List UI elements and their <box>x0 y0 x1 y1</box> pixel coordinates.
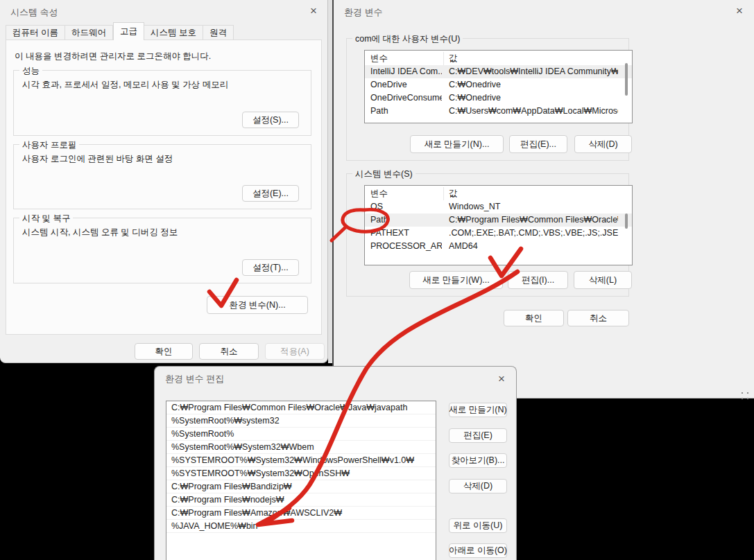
table-row[interactable]: Path C:₩Users₩com₩AppData₩Local₩Microsof… <box>365 105 632 118</box>
environment-variables-button[interactable]: 환경 변수(N)... <box>207 296 308 314</box>
list-browse-button[interactable]: 찾아보기(B)... <box>449 453 507 468</box>
user-delete-button[interactable]: 삭제(D) <box>574 135 632 153</box>
startup-recovery-legend: 시작 및 복구 <box>19 213 73 225</box>
window-edit-environment-variable: 환경 변수 편집 × C:₩Program Files₩Common Files… <box>154 366 517 560</box>
table-row[interactable]: PROCESSOR_ARC... AMD64 <box>365 240 632 253</box>
path-list[interactable]: C:₩Program Files₩Common Files₩Oracle₩Jav… <box>166 401 436 560</box>
system-variables-group: 시스템 변수(S) 변수 값 OS Windows_NT Path C:₩Pro… <box>346 173 629 297</box>
system-variables-table[interactable]: 변수 값 OS Windows_NT Path C:₩Program Files… <box>364 185 633 265</box>
list-item[interactable]: %SYSTEMROOT%₩System32₩WindowsPowerShell₩… <box>166 454 436 467</box>
admin-notice: 이 내용을 변경하려면 관리자로 로그온해야 합니다. <box>15 51 211 62</box>
performance-group: 성능 시각 효과, 프로세서 일정, 메모리 사용 및 가상 메모리 설정(S)… <box>13 70 311 136</box>
close-icon[interactable]: × <box>303 3 324 19</box>
desktop: 시스템 속성 × 컴퓨터 이름 하드웨어 고급 시스템 보호 원격 이 내용을 … <box>0 0 754 560</box>
scrollbar-thumb[interactable] <box>625 63 628 96</box>
cell-name: OS <box>370 202 442 211</box>
list-item[interactable]: C:₩Program Files₩Common Files₩Oracle₩Jav… <box>166 401 436 414</box>
list-item[interactable]: C:₩Program Files₩Bandizip₩ <box>166 480 436 493</box>
user-profiles-desc: 사용자 로그인에 관련된 바탕 화면 설정 <box>22 153 173 165</box>
column-divider <box>443 52 444 65</box>
table-row[interactable]: OneDrive C:₩Onedrive <box>365 78 632 91</box>
user-variables-table[interactable]: 변수 값 IntelliJ IDEA Com... C:₩DEV₩tools₩I… <box>364 50 633 123</box>
list-move-down-button[interactable]: 아래로 이동(O) <box>449 543 507 558</box>
column-header-value: 값 <box>449 188 458 200</box>
system-delete-button[interactable]: 삭제(L) <box>574 271 632 289</box>
window-system-properties: 시스템 속성 × 컴퓨터 이름 하드웨어 고급 시스템 보호 원격 이 내용을 … <box>0 0 328 363</box>
cell-value: Windows_NT <box>449 202 618 211</box>
user-profiles-settings-button[interactable]: 설정(E)... <box>242 185 299 202</box>
cell-value: AMD64 <box>449 241 618 251</box>
cell-name: PROCESSOR_ARC... <box>370 241 442 251</box>
advanced-tab-page: 이 내용을 변경하려면 관리자로 로그온해야 합니다. 성능 시각 효과, 프로… <box>6 40 322 335</box>
performance-desc: 시각 효과, 프로세서 일정, 메모리 사용 및 가상 메모리 <box>22 79 228 91</box>
system-variables-legend: 시스템 변수(S) <box>352 168 415 180</box>
close-icon[interactable]: × <box>729 3 750 19</box>
ok-button[interactable]: 확인 <box>504 310 564 326</box>
cell-value: C:₩Onedrive <box>449 93 618 103</box>
list-item[interactable]: %SystemRoot% <box>166 428 436 441</box>
table-row[interactable]: Path C:₩Program Files₩Common Files₩Oracl… <box>365 213 632 227</box>
system-new-button[interactable]: 새로 만들기(W)... <box>409 271 503 289</box>
tab-remote[interactable]: 원격 <box>203 25 234 40</box>
list-edit-button[interactable]: 편집(E) <box>449 428 507 443</box>
tab-system-protection[interactable]: 시스템 보호 <box>144 25 203 40</box>
user-edit-button[interactable]: 편집(E)... <box>509 135 567 153</box>
performance-legend: 성능 <box>19 65 42 77</box>
tab-computer-name[interactable]: 컴퓨터 이름 <box>6 25 65 40</box>
list-item[interactable]: %SystemRoot%₩system32 <box>166 414 436 428</box>
user-profiles-group: 사용자 프로필 사용자 로그인에 관련된 바탕 화면 설정 설정(E)... <box>13 144 311 209</box>
cell-name: OneDrive <box>370 80 442 89</box>
user-variables-legend: com에 대한 사용자 변수(U) <box>352 33 463 45</box>
cell-value: C:₩Program Files₩Common Files₩Oracle₩... <box>449 215 618 225</box>
table-row[interactable]: IntelliJ IDEA Com... C:₩DEV₩tools₩Intell… <box>365 65 632 78</box>
scrollbar-thumb[interactable] <box>625 213 628 229</box>
list-item[interactable]: C:₩Program Files₩Amazon₩AWSCLIV2₩ <box>166 507 436 520</box>
tab-advanced[interactable]: 고급 <box>113 22 144 40</box>
cell-value: .COM;.EXE;.BAT;.CMD;.VBS;.VBE;.JS;.JSE;.… <box>449 228 618 238</box>
apply-button: 적용(A) <box>265 343 325 360</box>
table-row[interactable]: OneDriveConsumer C:₩Onedrive <box>365 91 632 105</box>
cell-value: C:₩Users₩com₩AppData₩Local₩Microsoft... <box>449 106 618 116</box>
user-variables-group: com에 대한 사용자 변수(U) 변수 값 IntelliJ IDEA Com… <box>346 38 629 161</box>
cell-value: C:₩DEV₩tools₩IntelliJ IDEA Community₩I..… <box>449 67 618 76</box>
startup-recovery-settings-button[interactable]: 설정(T)... <box>242 259 299 276</box>
window-title: 환경 변수 편집 <box>165 373 224 385</box>
tab-hardware[interactable]: 하드웨어 <box>65 25 113 40</box>
cell-value: C:₩Onedrive <box>449 80 618 89</box>
column-header-name: 변수 <box>370 53 388 64</box>
list-move-up-button[interactable]: 위로 이동(U) <box>449 518 507 533</box>
startup-recovery-desc: 시스템 시작, 시스템 오류 및 디버깅 정보 <box>22 227 178 238</box>
cell-name: PATHEXT <box>370 228 442 238</box>
table-row[interactable]: PATHEXT .COM;.EXE;.BAT;.CMD;.VBS;.VBE;.J… <box>365 227 632 240</box>
list-item[interactable]: C:₩Program Files₩nodejs₩ <box>166 493 436 507</box>
cancel-button[interactable]: 취소 <box>199 343 259 360</box>
column-header-name: 변수 <box>370 188 388 200</box>
window-environment-variables: 환경 변수 × com에 대한 사용자 변수(U) 변수 값 IntelliJ … <box>332 0 754 399</box>
column-header-value: 값 <box>449 53 458 64</box>
tab-strip: 컴퓨터 이름 하드웨어 고급 시스템 보호 원격 <box>6 25 234 40</box>
list-item[interactable]: %SYSTEMROOT%₩System32₩OpenSSH₩ <box>166 467 436 480</box>
list-item[interactable]: %SystemRoot%₩System32₩Wbem <box>166 441 436 454</box>
table-row[interactable]: OS Windows_NT <box>365 200 632 213</box>
user-new-button[interactable]: 새로 만들기(N)... <box>410 135 504 153</box>
cell-name: OneDriveConsumer <box>370 93 442 103</box>
table-header: 변수 값 <box>365 186 632 200</box>
cell-name: IntelliJ IDEA Com... <box>370 67 442 76</box>
cell-name: Path <box>370 215 442 225</box>
cell-name: Path <box>370 106 442 116</box>
column-divider <box>443 187 444 200</box>
window-title: 환경 변수 <box>344 6 383 19</box>
startup-recovery-group: 시작 및 복구 시스템 시작, 시스템 오류 및 디버깅 정보 설정(T)... <box>13 218 311 283</box>
close-icon[interactable]: × <box>491 371 512 387</box>
list-item[interactable]: %JAVA_HOME%₩bin <box>166 520 436 533</box>
cancel-button[interactable]: 취소 <box>567 310 629 326</box>
list-new-button[interactable]: 새로 만들기(N) <box>449 403 507 417</box>
user-profiles-legend: 사용자 프로필 <box>19 139 79 151</box>
list-delete-button[interactable]: 삭제(D) <box>449 479 507 493</box>
performance-settings-button[interactable]: 설정(S)... <box>242 112 299 128</box>
ok-button[interactable]: 확인 <box>135 343 193 360</box>
system-edit-button[interactable]: 편집(I)... <box>508 271 568 289</box>
window-title: 시스템 속성 <box>10 6 58 19</box>
resize-grip-icon[interactable] <box>747 392 748 394</box>
table-header: 변수 값 <box>365 51 632 65</box>
